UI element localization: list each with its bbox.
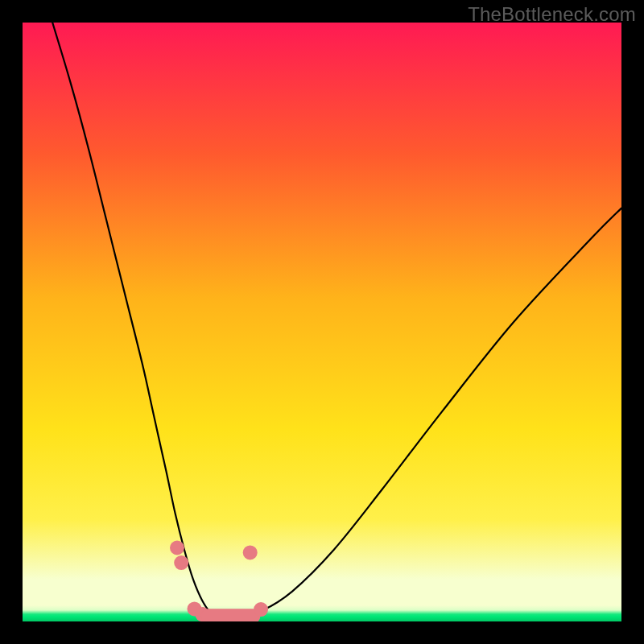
valley-dot-marker xyxy=(174,555,188,570)
watermark-text: TheBottleneck.com xyxy=(468,3,636,26)
bottleneck-curve xyxy=(52,23,621,618)
bottleneck-curve-layer xyxy=(23,23,621,621)
valley-dot-marker xyxy=(243,545,258,559)
valley-dot-marker xyxy=(170,541,184,555)
valley-pill-marker xyxy=(201,609,261,621)
plot-area xyxy=(23,23,621,621)
chart-frame: TheBottleneck.com xyxy=(0,0,644,644)
valley-dot-marker xyxy=(254,602,268,617)
